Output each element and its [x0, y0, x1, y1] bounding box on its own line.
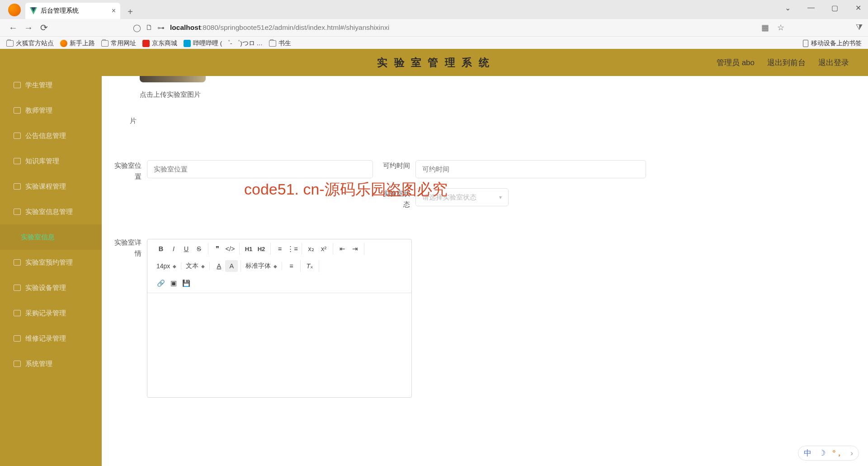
sidebar-item-purchase[interactable]: 采购记录管理 — [0, 300, 102, 326]
status-select[interactable]: 请选择实验室状态 ▾ — [415, 188, 509, 206]
indent-left-button[interactable]: ⇤ — [336, 243, 349, 255]
ime-indicator[interactable]: 中 ☽ °， › — [798, 446, 859, 461]
italic-button[interactable]: I — [167, 243, 180, 255]
sidebar-item-lab-info-mgmt[interactable]: 实验室信息管理 — [0, 199, 102, 224]
app-header: 实 验 室 管 理 系 统 管理员 abo 退出到前台 退出登录 — [0, 49, 868, 76]
sidebar-item-notice[interactable]: 公告信息管理 — [0, 123, 102, 148]
status-row: 实验室状态 请选择实验室状态 ▾ — [379, 188, 509, 210]
font-family-select[interactable]: 标准字体◆ — [244, 262, 279, 270]
doc-icon — [14, 183, 21, 190]
qr-icon[interactable]: ▦ — [761, 23, 769, 33]
app-title: 实 验 室 管 理 系 统 — [377, 56, 491, 70]
main-content: 点击上传实验室图片 片 实验室位置 可约时间 实验室状态 请选择实验室状态 ▾ … — [102, 76, 868, 466]
browser-tab[interactable]: 后台管理系统 × — [25, 3, 120, 19]
bilibili-icon — [184, 40, 191, 47]
key-icon[interactable]: ⊶ — [157, 24, 165, 32]
font-size-select[interactable]: 14px◆ — [155, 262, 178, 270]
doc-icon — [14, 310, 21, 316]
code-button[interactable]: </> — [224, 243, 236, 255]
bookmark-item[interactable]: 火狐官方站点 — [6, 39, 54, 48]
browser-chrome: 后台管理系统 × + ⌄ — ▢ ✕ ← → ⟳ ◯ 🗋 ⊶ localhost… — [0, 0, 868, 49]
time-label: 可约时间 — [379, 160, 410, 171]
bookmark-item[interactable]: 新手上路 — [60, 39, 95, 48]
minimize-icon[interactable]: — — [805, 4, 817, 12]
link-button[interactable]: 🔗 — [155, 277, 167, 289]
font-color-button[interactable]: A — [212, 260, 225, 272]
to-frontend-link[interactable]: 退出到前台 — [767, 57, 806, 68]
style-select[interactable]: 文本◆ — [184, 262, 207, 270]
editor-body[interactable] — [147, 293, 411, 397]
doc-icon — [14, 285, 21, 291]
strike-button[interactable]: S — [193, 243, 205, 255]
upload-preview[interactable] — [140, 76, 206, 82]
window-controls: ⌄ — ▢ ✕ — [781, 4, 864, 12]
ul-button[interactable]: ⋮≡ — [286, 243, 299, 255]
new-tab-button[interactable]: + — [123, 5, 137, 19]
sidebar-item-system[interactable]: 系统管理 — [0, 351, 102, 376]
firefox-icon — [60, 40, 67, 47]
h1-button[interactable]: H1 — [242, 243, 255, 255]
mobile-bookmarks[interactable]: 移动设备上的书签 — [803, 39, 862, 48]
maximize-icon[interactable]: ▢ — [828, 4, 841, 12]
save-button[interactable]: 💾 — [180, 277, 193, 289]
detail-label: 实验室详情 — [111, 237, 142, 259]
reload-button[interactable]: ⟳ — [36, 22, 52, 33]
doc-icon — [14, 259, 21, 266]
close-icon[interactable]: ✕ — [852, 4, 864, 12]
doc-icon — [14, 158, 21, 164]
sidebar-item-teacher[interactable]: 教师管理 — [0, 98, 102, 123]
bold-button[interactable]: B — [155, 243, 167, 255]
upload-hint[interactable]: 点击上传实验室图片 — [140, 90, 201, 99]
doc-icon — [14, 133, 21, 139]
lab-location-input[interactable] — [147, 160, 373, 178]
doc-icon — [14, 335, 21, 342]
back-button[interactable]: ← — [5, 23, 21, 33]
doc-icon — [14, 209, 21, 215]
rich-text-editor: B I U S ❞ </> H1 H2 ≡ ⋮≡ x₂ x² ⇤ — [147, 239, 412, 398]
sidebar-item-lab-reserve[interactable]: 实验室预约管理 — [0, 250, 102, 275]
bookmark-item[interactable]: 常用网址 — [101, 39, 136, 48]
logout-link[interactable]: 退出登录 — [818, 57, 849, 68]
sidebar-item-knowledge[interactable]: 知识库管理 — [0, 148, 102, 174]
forward-button[interactable]: → — [21, 23, 36, 33]
shield-icon[interactable]: ◯ — [133, 24, 141, 32]
time-input[interactable] — [415, 160, 646, 178]
lock-icon[interactable]: 🗋 — [146, 24, 153, 32]
image-button[interactable]: ▣ — [167, 277, 180, 289]
user-label[interactable]: 管理员 abo — [717, 57, 755, 68]
address-bar: ← → ⟳ ◯ 🗋 ⊶ localhost:8080/springboote51… — [0, 19, 868, 36]
url-text[interactable]: localhost:8080/springboote51e2/admin/dis… — [170, 24, 389, 32]
bg-color-button[interactable]: A — [225, 260, 238, 272]
bookmark-item[interactable]: 哔哩哔哩 ( ゜- ゜)つロ … — [184, 39, 263, 48]
upload-hint-suffix: 片 — [130, 117, 137, 125]
ol-button[interactable]: ≡ — [274, 243, 286, 255]
quote-button[interactable]: ❞ — [211, 243, 224, 255]
sidebar: 学生管理 教师管理 公告信息管理 知识库管理 实验课程管理 实验室信息管理 实验… — [0, 76, 102, 466]
extension-icon[interactable]: ⧩ — [856, 23, 863, 33]
lab-location-label: 实验室位置 — [111, 160, 142, 182]
underline-button[interactable]: U — [180, 243, 193, 255]
superscript-button[interactable]: x² — [317, 243, 330, 255]
sidebar-item-student[interactable]: 学生管理 — [0, 76, 102, 98]
subscript-button[interactable]: x₂ — [305, 243, 317, 255]
firefox-icon — [8, 4, 21, 16]
vue-favicon — [30, 7, 37, 14]
lab-location-row: 实验室位置 — [111, 160, 373, 182]
bookmark-item[interactable]: 书生 — [269, 39, 291, 48]
h2-button[interactable]: H2 — [255, 243, 268, 255]
mobile-icon — [803, 40, 808, 47]
indent-right-button[interactable]: ⇥ — [349, 243, 361, 255]
clear-format-button[interactable]: Tₓ — [303, 260, 316, 272]
bookmark-item[interactable]: 京东商城 — [142, 39, 177, 48]
sidebar-item-lab-info[interactable]: 实验室信息 — [0, 224, 102, 250]
time-row: 可约时间 — [379, 160, 646, 178]
tab-bar: 后台管理系统 × + ⌄ — ▢ ✕ — [0, 0, 868, 19]
star-icon[interactable]: ☆ — [777, 23, 784, 33]
collapse-icon[interactable]: ⌄ — [781, 4, 794, 12]
sidebar-item-equipment[interactable]: 实验设备管理 — [0, 275, 102, 300]
align-button[interactable]: ≡ — [285, 260, 297, 272]
doc-icon — [14, 107, 21, 114]
tab-close-icon[interactable]: × — [112, 7, 116, 15]
sidebar-item-course[interactable]: 实验课程管理 — [0, 174, 102, 199]
sidebar-item-repair[interactable]: 维修记录管理 — [0, 326, 102, 351]
